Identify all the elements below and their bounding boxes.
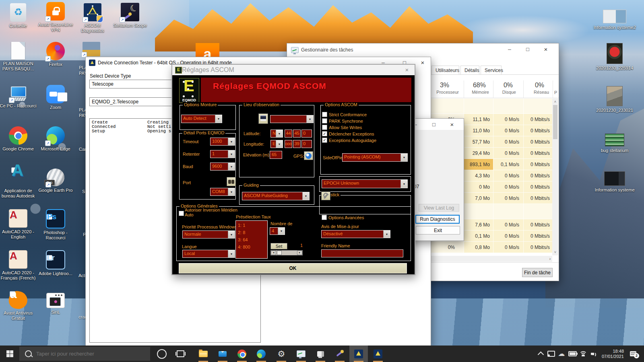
- desktop-icon-chrome[interactable]: Google Chrome: [0, 126, 37, 152]
- tab-details[interactable]: Détails: [460, 66, 479, 75]
- language-dropdown[interactable]: Local: [182, 250, 235, 258]
- desktop-icon-siril[interactable]: SiriL: [36, 293, 75, 315]
- tray-cast[interactable]: [546, 346, 556, 362]
- desktop-icon-clipped-doc[interactable]: [83, 42, 100, 56]
- priority-dropdown[interactable]: Normale: [182, 230, 235, 239]
- desktop-icon-firefox[interactable]: Firefox: [36, 42, 75, 67]
- desktop-icon-ce-pc[interactable]: Ce PC - Raccourci: [0, 86, 37, 109]
- tray-clock[interactable]: 18:48 07/01/2021: [599, 346, 624, 362]
- scroll-right-icon[interactable]: ›: [549, 257, 551, 261]
- taskbar-task-manager[interactable]: [292, 346, 310, 362]
- slider-thumb[interactable]: [277, 251, 282, 255]
- taskbar-mail[interactable]: [213, 346, 232, 362]
- list-item[interactable]: 1: 1: [238, 222, 267, 229]
- checkbox-strict-conformance[interactable]: [322, 112, 327, 117]
- desktop-icon-autocad-fr[interactable]: AutoCAD 2020 - Français (French): [0, 250, 37, 281]
- minimize-button[interactable]: [503, 44, 516, 55]
- taskbar-ascom-2[interactable]: [369, 346, 387, 362]
- column-header-network[interactable]: 0% Réseau: [523, 80, 552, 98]
- task-view-button[interactable]: [172, 346, 188, 362]
- list-item[interactable]: 2: 8: [238, 229, 267, 236]
- desktop-icon-plan-maison[interactable]: PLAN MAISON PAYS BASQU...: [0, 42, 37, 72]
- tab-services[interactable]: Services: [481, 66, 502, 75]
- chevron-down-icon[interactable]: [228, 250, 235, 257]
- site-dropdown[interactable]: [270, 115, 314, 123]
- chevron-down-icon[interactable]: [383, 230, 390, 238]
- chevron-down-icon[interactable]: [228, 231, 235, 238]
- column-header-gpu[interactable]: P: [553, 80, 559, 98]
- elevation-field[interactable]: 65: [270, 151, 282, 159]
- chevron-down-icon[interactable]: [276, 140, 283, 148]
- taskbar-search[interactable]: [19, 347, 150, 361]
- maximize-button[interactable]: [521, 44, 535, 55]
- desktop-icon-autocad-en[interactable]: AutoCAD 2020 - English: [0, 209, 37, 240]
- chevron-down-icon[interactable]: [228, 163, 235, 170]
- desktop-icon-zoom[interactable]: Zoom: [36, 85, 75, 110]
- task-manager-titlebar[interactable]: Gestionnaire des tâches: [287, 43, 559, 56]
- desktop-icon-photo-225914[interactable]: 20201230_225914: [592, 43, 637, 71]
- rate-preselection-list[interactable]: 1: 1 2: 8 3: 64 4: 800: [235, 220, 268, 259]
- longitude-sec-field[interactable]: 0: [301, 140, 312, 148]
- scroll-up-icon[interactable]: ˄︎: [552, 100, 558, 104]
- taskbar-edge[interactable]: [252, 346, 270, 362]
- taskbar-ascom-active[interactable]: [349, 346, 368, 362]
- taskbar-settings[interactable]: [272, 346, 291, 362]
- desktop-icon-info-systeme2[interactable]: Information systeme2: [592, 10, 637, 30]
- desktop-icon-google-earth[interactable]: Pro Google Earth Pro: [36, 169, 75, 193]
- list-item[interactable]: 4: 800: [238, 243, 267, 251]
- set-button[interactable]: Set: [270, 243, 287, 249]
- maximize-button[interactable]: [427, 119, 441, 130]
- scroll-down-icon[interactable]: ˅︎: [552, 250, 558, 254]
- desktop-icon-recycle-bin[interactable]: Corbeille: [0, 3, 37, 29]
- desktop-icon-photo-233021[interactable]: 20201230_233021: [592, 86, 637, 113]
- rate-slider[interactable]: ◄ ►: [270, 250, 303, 255]
- desktop-icon-edge[interactable]: Microsoft Edge: [36, 126, 75, 152]
- checkbox-options-avancees[interactable]: [322, 215, 327, 220]
- port-search-binoculars-button[interactable]: [227, 177, 236, 186]
- close-button[interactable]: [416, 58, 429, 68]
- desktop-icon-info-systeme[interactable]: Information systeme: [592, 171, 637, 193]
- close-button[interactable]: [539, 44, 553, 55]
- desktop-icon-ascom-diagnostics[interactable]: ASCOM Diagnostics: [73, 3, 112, 33]
- run-diagnostics-button[interactable]: Run Diagnostics: [415, 215, 460, 224]
- com-port-dropdown[interactable]: COM8: [210, 188, 235, 196]
- joystick-config-wrench-button[interactable]: [321, 191, 330, 200]
- desktop-icon-lightroom[interactable]: Adobe Lightroo...: [36, 250, 75, 276]
- friendly-name-input[interactable]: [321, 249, 403, 257]
- retry-dropdown[interactable]: 1: [210, 150, 235, 158]
- list-item[interactable]: 3: 64: [238, 236, 267, 243]
- latitude-sec-field[interactable]: 0: [301, 130, 312, 138]
- epoch-dropdown[interactable]: EPOCH Unknown: [322, 179, 408, 188]
- chevron-down-icon[interactable]: [228, 138, 235, 145]
- chevron-down-icon[interactable]: [302, 192, 309, 200]
- search-input[interactable]: [35, 350, 134, 357]
- chevron-down-icon[interactable]: [228, 188, 235, 195]
- guiding-dropdown[interactable]: ASCOM PulseGuiding: [242, 192, 310, 200]
- mount-mode-dropdown[interactable]: Auto Detect: [181, 115, 222, 123]
- chevron-down-icon[interactable]: [306, 115, 313, 123]
- tray-battery[interactable]: [567, 346, 578, 362]
- longitude-dir-dropdown[interactable]: E: [270, 140, 283, 148]
- latitude-deg-field[interactable]: 44: [285, 130, 292, 138]
- chevron-down-icon[interactable]: [215, 115, 222, 123]
- slider-right-arrow-icon[interactable]: ►: [297, 251, 302, 255]
- eqmod-titlebar[interactable]: Réglages ASCOM: [172, 65, 415, 75]
- taskbar-file-explorer[interactable]: [194, 346, 213, 362]
- column-header-disk[interactable]: 0% Disque: [493, 80, 523, 98]
- chevron-down-icon[interactable]: [400, 154, 407, 161]
- taskbar-chrome[interactable]: [233, 346, 251, 362]
- desktop-icon-avast-vpn[interactable]: Avast SecureLine VPN: [36, 2, 75, 33]
- timeout-dropdown[interactable]: 1000: [210, 138, 235, 146]
- cortana-button[interactable]: [154, 346, 170, 362]
- checkbox-park-synchrone[interactable]: [322, 118, 327, 123]
- taskbar-stellarium-scope[interactable]: [330, 346, 349, 362]
- checkbox-exceptions-autoguidage[interactable]: ✓: [322, 138, 327, 143]
- column-header-memory[interactable]: 68% Mémoire: [464, 80, 493, 98]
- tray-onedrive[interactable]: [556, 346, 567, 362]
- scrollbar-thumb[interactable]: [553, 105, 557, 139]
- vertical-scrollbar[interactable]: ˄︎ ˅︎: [552, 99, 558, 255]
- tray-wifi[interactable]: [578, 346, 588, 362]
- desktop-icon-bug-stellarium[interactable]: bug stellarium: [592, 134, 637, 153]
- checkbox-declencher-exceptions[interactable]: ✓: [322, 131, 327, 136]
- exit-button[interactable]: Exit: [416, 226, 460, 234]
